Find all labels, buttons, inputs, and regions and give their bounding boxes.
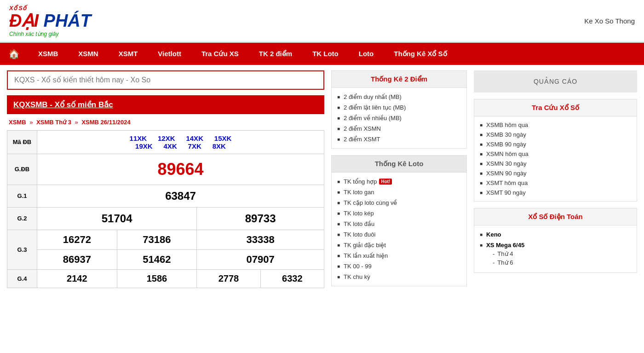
list-item[interactable]: ■ XSMB 90 ngày — [480, 139, 631, 149]
list-item[interactable]: ■ 2 điểm duy nhất (MB) — [337, 92, 461, 102]
g3-value1: 16272 — [37, 230, 117, 249]
g3-value5: 51462 — [117, 249, 197, 269]
list-item[interactable]: ■ TK loto đuôi — [337, 229, 461, 240]
madb-14xk: 14XK — [186, 134, 203, 142]
breadcrumb-xsmb[interactable]: XSMB — [9, 119, 26, 126]
list-item[interactable]: ■ TK tổng hợp Hot! — [337, 176, 461, 187]
madb-19xk: 19XK — [135, 142, 153, 150]
tk2diem-link-3[interactable]: 2 điểm về nhiều (MB) — [344, 115, 402, 122]
bullet-icon: ■ — [337, 200, 340, 205]
mega-label: XS Mega 6/45 — [486, 242, 524, 249]
tkloto-link-9[interactable]: TK 00 - 99 — [344, 263, 372, 270]
thong-ke-2-diem-widget: Thống Kê 2 Điểm ■ 2 điểm duy nhất (MB) ■… — [331, 70, 467, 149]
list-item[interactable]: ■ XS Mega 6/45 - Thứ 4 - Thứ 6 — [480, 240, 631, 269]
madb-values: 11XK 12XK 14XK 15XK 19XK 4XK 7XK 8XK — [37, 130, 324, 154]
tkloto-link-4[interactable]: TK loto kép — [344, 210, 374, 217]
nav-xsmt[interactable]: XSMT — [109, 43, 148, 65]
header: Xổ Số ĐẠI PHÁT Chính xác từng giây Ke Xo… — [0, 0, 644, 43]
quang-cao-box: QUẢNG CÁO — [474, 70, 637, 93]
tracuu-link-2[interactable]: XSMB 30 ngày — [486, 131, 526, 138]
list-item[interactable]: ■ Keno — [480, 229, 631, 240]
bullet-icon: ■ — [337, 221, 340, 226]
list-item[interactable]: ■ TK cặp loto cùng về — [337, 197, 461, 208]
list-item[interactable]: - Thứ 6 — [493, 258, 631, 267]
bullet-icon: ■ — [337, 126, 340, 131]
tra-cuu-widget: Tra Cứu Xổ Số ■ XSMB hôm qua ■ XSMB 30 n… — [474, 99, 637, 202]
thong-ke-loto-title: Thống Kê Loto — [332, 156, 466, 173]
list-item[interactable]: ■ 2 điểm XSMT — [337, 134, 461, 145]
tracuu-link-1[interactable]: XSMB hôm qua — [486, 122, 528, 128]
list-item[interactable]: ■ 2 điểm XSMN — [337, 123, 461, 134]
nav-loto[interactable]: Loto — [349, 43, 384, 65]
g4-value3: 2778 — [197, 269, 260, 288]
middle-column: Thống Kê 2 Điểm ■ 2 điểm duy nhất (MB) ■… — [331, 70, 467, 286]
bullet-icon: ■ — [480, 132, 483, 137]
mega-thu4-link[interactable]: Thứ 4 — [497, 250, 513, 257]
tk2diem-link-5[interactable]: 2 điểm XSMT — [344, 136, 380, 143]
breadcrumb-date[interactable]: XSMB 26/11/2024 — [81, 119, 130, 126]
tracuu-link-4[interactable]: XSMN hôm qua — [486, 150, 529, 157]
row-label-g4: G.4 — [7, 269, 37, 288]
tkloto-link-6[interactable]: TK loto đuôi — [344, 231, 375, 238]
bullet-icon: ■ — [337, 232, 340, 237]
section-title-kqxsmb: KQXSMB - Xổ số miền Bắc — [7, 95, 324, 114]
list-item[interactable]: ■ XSMN hôm qua — [480, 149, 631, 159]
tracuu-link-3[interactable]: XSMB 90 ngày — [486, 141, 526, 148]
list-item[interactable]: ■ 2 điểm về nhiều (MB) — [337, 113, 461, 123]
list-item[interactable]: ■ XSMB 30 ngày — [480, 130, 631, 139]
tracuu-link-6[interactable]: XSMN 90 ngày — [486, 170, 526, 177]
list-item[interactable]: ■ XSMN 90 ngày — [480, 168, 631, 178]
nav-xsmn[interactable]: XSMN — [68, 43, 108, 65]
search-input[interactable] — [7, 70, 324, 90]
tkloto-link-10[interactable]: TK chu kỳ — [344, 273, 370, 280]
list-item[interactable]: ■ TK loto đầu — [337, 219, 461, 229]
tracuu-link-8[interactable]: XSMT 90 ngày — [486, 189, 526, 196]
nav-thongkexoso[interactable]: Thống Kê Xổ Số — [384, 43, 457, 65]
madb-4xk: 4XK — [164, 142, 177, 150]
tkloto-link-3[interactable]: TK cặp loto cùng về — [344, 199, 397, 206]
list-item[interactable]: ■ TK loto gan — [337, 187, 461, 197]
list-item[interactable]: ■ TK giải đặc biệt — [337, 240, 461, 250]
tkloto-link-5[interactable]: TK loto đầu — [344, 220, 374, 227]
tk2diem-link-4[interactable]: 2 điểm XSMN — [344, 125, 381, 132]
tkloto-link-7[interactable]: TK giải đặc biệt — [344, 242, 386, 249]
tk2diem-link-2[interactable]: 2 điểm lật liên tục (MB) — [344, 104, 406, 111]
list-item[interactable]: ■ XSMN 30 ngày — [480, 159, 631, 168]
tkloto-link-1[interactable]: TK tổng hợp — [344, 178, 377, 185]
breadcrumb-thu3[interactable]: XSMB Thứ 3 — [36, 119, 71, 126]
list-item[interactable]: ■ TK loto kép — [337, 208, 461, 219]
tkloto-link-2[interactable]: TK loto gan — [344, 189, 374, 196]
bullet-icon: ■ — [480, 190, 483, 195]
nav-home[interactable]: 🏠 — [0, 43, 28, 65]
breadcrumb-sep1: » — [29, 119, 33, 126]
list-item[interactable]: ■ XSMB hôm qua — [480, 120, 631, 130]
list-item[interactable]: ■ TK chu kỳ — [337, 272, 461, 282]
nav-tracuuxs[interactable]: Tra Cứu XS — [191, 43, 249, 65]
nav-vietlott[interactable]: Vietlott — [148, 43, 191, 65]
table-row: G.ĐB 89664 — [7, 154, 324, 185]
list-item[interactable]: ■ XSMT 90 ngày — [480, 188, 631, 197]
list-item[interactable]: ■ 2 điểm lật liên tục (MB) — [337, 102, 461, 113]
list-item[interactable]: ■ XSMT hôm qua — [480, 178, 631, 188]
nav-tkloto[interactable]: TK Loto — [302, 43, 349, 65]
tkloto-link-8[interactable]: TK lần xuất hiện — [344, 252, 388, 259]
list-item[interactable]: - Thứ 4 — [493, 249, 631, 258]
dien-toan-title: Xổ Số Điện Toán — [474, 208, 637, 226]
bullet-icon: ■ — [337, 116, 340, 121]
tk2diem-link-1[interactable]: 2 điểm duy nhất (MB) — [344, 93, 402, 100]
g1-value: 63847 — [37, 185, 324, 207]
tracuu-link-5[interactable]: XSMN 30 ngày — [486, 160, 526, 167]
bullet-icon: ■ — [337, 137, 340, 142]
bullet-icon: ■ — [480, 243, 483, 248]
madb-12xk: 12XK — [158, 134, 175, 142]
keno-label: Keno — [486, 231, 501, 238]
mega-thu6-link[interactable]: Thứ 6 — [497, 259, 513, 266]
list-item[interactable]: ■ TK lần xuất hiện — [337, 250, 461, 261]
tracuu-link-7[interactable]: XSMT hôm qua — [486, 179, 528, 186]
bullet-icon: ■ — [337, 274, 340, 279]
nav-xsmb[interactable]: XSMB — [28, 43, 68, 65]
section-title-link[interactable]: KQXSMB - Xổ số miền Bắc — [13, 100, 113, 109]
list-item[interactable]: ■ TK 00 - 99 — [337, 261, 461, 272]
table-row: 86937 51462 07907 — [7, 249, 324, 269]
nav-tk2diem[interactable]: TK 2 điểm — [249, 43, 302, 65]
